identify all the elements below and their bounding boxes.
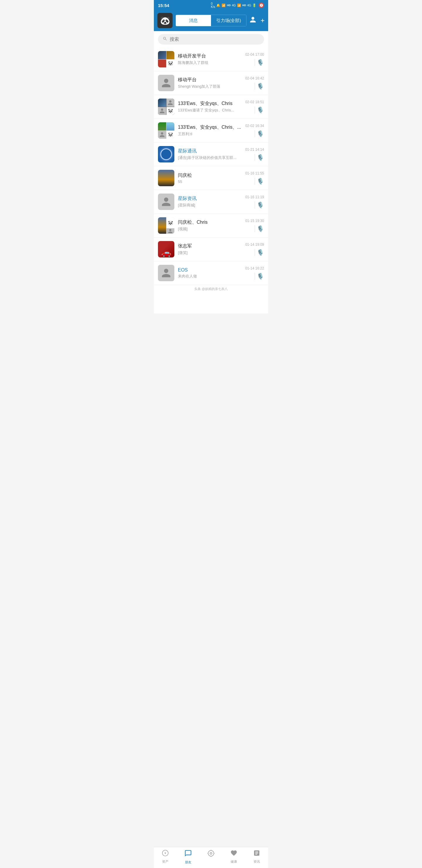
chat-preview-7: [星际商城] [178, 203, 242, 208]
chat-content-9: 张志军 [微笑] [178, 243, 242, 255]
chat-list: 🐼 移动开发平台 陈海鹏加入了群组 02-04 17:00 🎙️ 移动平台 Sh… [154, 48, 268, 313]
divider-1 [255, 59, 255, 66]
chat-preview-4: 王胜利:tl [178, 131, 242, 137]
wifi-icon: 📶 [222, 3, 226, 7]
chat-preview-1: 陈海鹏加入了群组 [178, 60, 242, 65]
chat-time-8: 01-15 19:30 [245, 219, 264, 223]
chat-right-2: 02-04 16:42 🎙️ [245, 76, 264, 90]
chat-right-8: 01-15 19:30 🎙️ [245, 219, 264, 232]
status-time: 15:54 [158, 3, 169, 8]
header: 🐼 消息 引力场(全部) + [154, 10, 268, 31]
chat-content-3: 133'Ews、安全yqs、Chris 133'Ews邀请了 安全yqs、Chr… [178, 101, 242, 113]
watermark: 头条 @妖精的亲七杀八 [154, 285, 268, 293]
chat-content-5: 星际通讯 [通告]基于区块链的价值共享互联... [178, 148, 242, 160]
chat-right-3: 02-02 18:51 🎙️ [245, 100, 264, 114]
chat-content-1: 移动开发平台 陈海鹏加入了群组 [178, 53, 242, 65]
avatar-3: 🐼 [158, 98, 174, 115]
battery-icon: 🔋 [252, 3, 256, 7]
chat-right-6: 01-16 11:55 🎙️ [245, 171, 264, 185]
chat-item-9[interactable]: 🚗 张志军 [微笑] 01-14 19:09 🎙️ [154, 238, 268, 261]
chat-preview-5: [通告]基于区块链的价值共享互联... [178, 155, 242, 160]
mic-icon-8[interactable]: 🎙️ [257, 225, 264, 232]
search-icon [163, 36, 167, 42]
chat-time-9: 01-14 19:09 [245, 243, 264, 247]
chat-item-8[interactable]: 🐼 闫庆松、Chris [视频] 01-15 19:30 🎙️ [154, 214, 268, 238]
mic-icon-4[interactable]: 🎙️ [257, 130, 264, 137]
chat-right-7: 01-16 11:19 🎙️ [245, 195, 264, 209]
chat-name-5: 星际通讯 [178, 148, 242, 154]
chat-right-9: 01-14 19:09 🎙️ [245, 243, 264, 256]
chat-time-6: 01-16 11:55 [245, 171, 264, 175]
chat-item-7[interactable]: 星际资讯 [星际商城] 01-16 11:19 🎙️ [154, 190, 268, 214]
chat-right-4: 02-02 16:34 🎙️ [245, 124, 264, 137]
chat-content-10: EOS 来肉在人做 [178, 268, 242, 279]
hd-badge2: HD [242, 4, 246, 7]
avatar-10 [158, 265, 174, 281]
mic-icon-3[interactable]: 🎙️ [257, 106, 264, 114]
avatar-5 [158, 146, 174, 162]
search-input[interactable] [170, 37, 259, 42]
avatar-8: 🐼 [158, 217, 174, 234]
chat-item-5[interactable]: 星际通讯 [通告]基于区块链的价值共享互联... 01-21 14:14 🎙️ [154, 143, 268, 166]
chat-right-5: 01-21 14:14 🎙️ [245, 148, 264, 161]
chat-name-6: 闫庆松 [178, 173, 242, 179]
status-bar: 15:54 0K/s 🔔 📶 HD 4G 📶 HD 4G 🔋 [154, 0, 268, 10]
mic-icon-1[interactable]: 🎙️ [257, 59, 264, 66]
avatar-9: 🚗 [158, 241, 174, 257]
chat-content-8: 闫庆松、Chris [视频] [178, 219, 242, 232]
chat-preview-2: Shengli Wang加入了部落 [178, 84, 242, 89]
chat-preview-3: 133'Ews邀请了 安全yqs、Chris... [178, 107, 242, 113]
avatar-4: 🐼 [158, 122, 174, 139]
avatar-2 [158, 75, 174, 91]
person-icon[interactable] [249, 16, 256, 25]
chat-preview-8: [视频] [178, 226, 242, 232]
search-bar [154, 31, 268, 48]
chat-content-4: 133'Ews、安全yqs、Chris、... 王胜利:tl [178, 124, 242, 137]
network-speed: 0K/s [211, 2, 215, 8]
alarm-icon: 🔔 [216, 3, 220, 7]
chat-content-7: 星际资讯 [星际商城] [178, 195, 242, 208]
chat-time-1: 02-04 17:00 [245, 53, 264, 57]
avatar-6 [158, 170, 174, 186]
search-input-wrap[interactable] [158, 34, 264, 44]
mic-icon-2[interactable]: 🎙️ [257, 83, 264, 90]
chat-item-1[interactable]: 🐼 移动开发平台 陈海鹏加入了群组 02-04 17:00 🎙️ [154, 48, 268, 71]
mic-icon-7[interactable]: 🎙️ [257, 202, 264, 209]
chat-name-10: EOS [178, 268, 242, 273]
tab-messages[interactable]: 消息 [176, 15, 211, 26]
chat-time-5: 01-21 14:14 [245, 148, 264, 152]
header-actions: + [249, 16, 265, 25]
chat-right-10: 01-14 16:22 🎙️ [245, 266, 264, 280]
avatar-7 [158, 193, 174, 210]
chat-name-7: 星际资讯 [178, 195, 242, 202]
chat-preview-9: [微笑] [178, 250, 242, 255]
mic-icon-5[interactable]: 🎙️ [257, 154, 264, 161]
chat-content-2: 移动平台 Shengli Wang加入了部落 [178, 77, 242, 89]
avatar-1: 🐼 [158, 51, 174, 67]
chat-preview-10: 来肉在人做 [178, 274, 242, 279]
chat-content-6: 闫庆松 55 [178, 173, 242, 184]
add-icon[interactable]: + [261, 17, 265, 25]
chat-name-1: 移动开发平台 [178, 53, 242, 59]
chat-name-9: 张志军 [178, 243, 242, 249]
signal-icon: 📶 [237, 3, 241, 7]
mic-icon-10[interactable]: 🎙️ [257, 273, 264, 280]
chat-time-4: 02-02 16:34 [245, 124, 264, 128]
tab-bar: 消息 引力场(全部) [175, 15, 247, 26]
mic-icon-9[interactable]: 🎙️ [257, 249, 264, 256]
chat-item-2[interactable]: 移动平台 Shengli Wang加入了部落 02-04 16:42 🎙️ [154, 71, 268, 95]
hd-badge1: HD [227, 4, 231, 7]
4g-icon2: 4G [247, 4, 251, 7]
chat-name-4: 133'Ews、安全yqs、Chris、... [178, 124, 242, 130]
tab-gravity-field[interactable]: 引力场(全部) [211, 15, 246, 26]
chat-right-1: 02-04 17:00 🎙️ [245, 53, 264, 66]
chat-preview-6: 55 [178, 180, 242, 184]
chat-item-10[interactable]: EOS 来肉在人做 01-14 16:22 🎙️ [154, 261, 268, 285]
mic-icon-6[interactable]: 🎙️ [257, 178, 264, 185]
chat-time-10: 01-14 16:22 [245, 266, 264, 270]
user-avatar[interactable]: 🐼 [157, 13, 173, 28]
chat-item-6[interactable]: 闫庆松 55 01-16 11:55 🎙️ [154, 166, 268, 190]
chat-item-3[interactable]: 🐼 133'Ews、安全yqs、Chris 133'Ews邀请了 安全yqs、C… [154, 95, 268, 119]
chat-name-3: 133'Ews、安全yqs、Chris [178, 101, 242, 107]
chat-item-4[interactable]: 🐼 133'Ews、安全yqs、Chris、... 王胜利:tl 02-02 1… [154, 119, 268, 143]
